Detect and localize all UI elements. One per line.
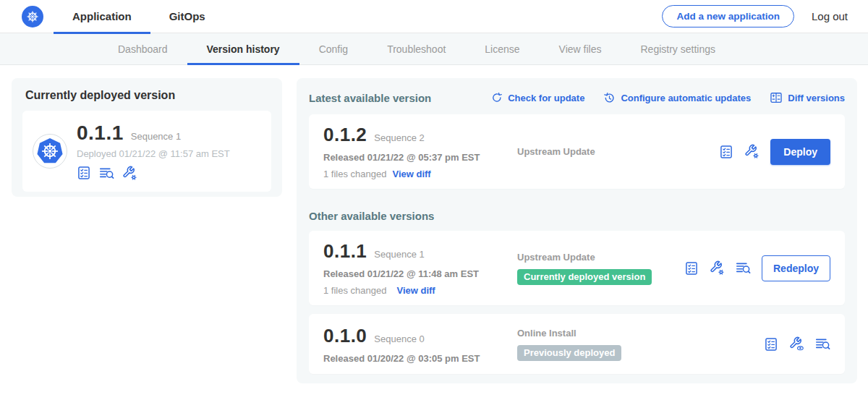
deployed-sequence-label: Sequence 1 [131, 131, 181, 142]
edit-config-icon[interactable] [744, 144, 760, 159]
main-content: Currently deployed version 0.1.1 Sequenc… [0, 65, 868, 408]
subnav-config[interactable]: Config [299, 33, 367, 64]
diff-versions-label: Diff versions [788, 93, 845, 103]
refresh-icon [491, 92, 503, 103]
released-timestamp: Released 01/21/22 @ 11:48 am EST [323, 268, 517, 279]
released-timestamp: Released 01/20/22 @ 03:05 pm EST [323, 353, 517, 364]
subnav-troubleshoot-label: Troubleshoot [387, 43, 446, 55]
subnav-registry-settings-label: Registry settings [640, 43, 715, 55]
version-actions: Deploy [719, 139, 830, 165]
files-changed-label: 1 files changed [323, 285, 386, 296]
subnav-version-history[interactable]: Version history [187, 33, 299, 64]
panel-header: Latest available version Check for updat… [309, 90, 845, 106]
subnav-registry-settings[interactable]: Registry settings [621, 33, 734, 64]
version-history-panel: Latest available version Check for updat… [297, 78, 857, 383]
configure-automatic-updates-label: Configure automatic updates [621, 93, 751, 103]
version-actions: Redeploy [684, 255, 830, 281]
version-number: 0.1.2 [323, 124, 367, 146]
version-source: Upstream Update Currently deployed versi… [517, 252, 652, 285]
deploy-button[interactable]: Deploy [770, 139, 830, 165]
version-row-0-1-1: 0.1.1 Sequence 1 Released 01/21/22 @ 11:… [309, 231, 845, 305]
sequence-label: Sequence 0 [374, 333, 424, 344]
kubernetes-logo-icon [22, 6, 43, 27]
subnav-view-files-label: View files [559, 43, 602, 55]
check-for-update-link[interactable]: Check for update [491, 92, 584, 103]
version-source: Online Install Previously deployed [517, 328, 621, 361]
sequence-label: Sequence 2 [374, 132, 424, 143]
source-label: Upstream Update [517, 252, 652, 263]
preflight-checklist-icon[interactable] [77, 166, 91, 181]
latest-available-title: Latest available version [309, 92, 431, 104]
subnav-view-files[interactable]: View files [540, 33, 621, 64]
version-info: 0.1.1 Sequence 1 Released 01/21/22 @ 11:… [323, 240, 517, 296]
version-actions [764, 336, 830, 352]
view-diff-link[interactable]: View diff [396, 285, 435, 296]
subnav-version-history-label: Version history [207, 43, 280, 55]
deploy-logs-icon[interactable] [736, 260, 751, 276]
add-application-button[interactable]: Add a new application [662, 5, 794, 27]
tab-gitops[interactable]: GitOps [150, 0, 224, 33]
app-icon [33, 134, 67, 169]
subnav-license[interactable]: License [465, 33, 539, 64]
deployed-version-info: 0.1.1 Sequence 1 Deployed 01/21/22 @ 11:… [77, 122, 230, 181]
currently-deployed-title: Currently deployed version [22, 89, 271, 102]
check-for-update-label: Check for update [508, 93, 584, 103]
preflight-checklist-icon[interactable] [719, 145, 733, 159]
deployed-action-icons [77, 166, 230, 181]
kots-admin-console: Application GitOps Add a new application… [0, 0, 868, 408]
version-source: Upstream Update [517, 146, 595, 157]
tab-application-label: Application [72, 10, 132, 22]
subnav-config-label: Config [319, 43, 348, 55]
tab-gitops-label: GitOps [169, 10, 205, 22]
view-diff-link[interactable]: View diff [392, 169, 430, 179]
configure-automatic-updates-link[interactable]: Configure automatic updates [603, 92, 751, 104]
deployed-version-number: 0.1.1 [77, 122, 124, 145]
currently-deployed-badge: Currently deployed version [517, 269, 652, 285]
subnav-troubleshoot[interactable]: Troubleshoot [367, 33, 465, 64]
edit-config-icon[interactable] [710, 260, 725, 276]
top-nav-tabs: Application GitOps [54, 0, 224, 33]
app-subnav: Dashboard Version history Config Trouble… [0, 33, 868, 65]
deploy-logs-icon[interactable] [815, 336, 830, 352]
source-label: Online Install [517, 328, 621, 339]
view-config-icon[interactable] [789, 336, 804, 352]
logout-button[interactable]: Log out [812, 10, 848, 22]
released-timestamp: Released 01/21/22 @ 05:37 pm EST [323, 152, 517, 163]
sequence-label: Sequence 1 [374, 249, 424, 260]
currently-deployed-version-row: 0.1.1 Sequence 1 Deployed 01/21/22 @ 11:… [22, 111, 271, 192]
schedule-update-icon [603, 92, 616, 104]
source-label: Upstream Update [517, 146, 595, 157]
version-row-0-1-2: 0.1.2 Sequence 2 Released 01/21/22 @ 05:… [309, 114, 845, 189]
edit-config-icon[interactable] [122, 166, 137, 181]
version-number: 0.1.0 [323, 325, 367, 347]
files-changed: 1 files changedView diff [323, 169, 517, 179]
other-available-title: Other available versions [309, 210, 845, 222]
currently-deployed-card: Currently deployed version 0.1.1 Sequenc… [12, 78, 282, 197]
deploy-logs-icon[interactable] [99, 166, 114, 181]
subnav-license-label: License [485, 43, 519, 55]
tab-application[interactable]: Application [54, 0, 150, 33]
version-number: 0.1.1 [323, 240, 367, 263]
redeploy-button[interactable]: Redeploy [762, 255, 830, 281]
files-changed: 1 files changedView diff [323, 285, 517, 296]
files-changed-label: 1 files changed [323, 169, 386, 179]
top-nav: Application GitOps Add a new application… [0, 0, 868, 33]
diff-versions-link[interactable]: Diff versions [770, 91, 845, 104]
preflight-checklist-icon[interactable] [764, 337, 778, 352]
top-bar-right: Add a new application Log out [662, 5, 848, 27]
deployed-timestamp: Deployed 01/21/22 @ 11:57 am EST [77, 148, 230, 159]
version-info: 0.1.0 Sequence 0 Released 01/20/22 @ 03:… [323, 325, 517, 364]
panel-actions: Check for update Configure automatic upd… [491, 91, 845, 104]
subnav-dashboard[interactable]: Dashboard [98, 33, 187, 64]
subnav-dashboard-label: Dashboard [118, 43, 168, 55]
preflight-checklist-icon[interactable] [684, 261, 699, 276]
version-row-0-1-0: 0.1.0 Sequence 0 Released 01/20/22 @ 03:… [309, 314, 845, 374]
diff-icon [770, 91, 783, 104]
version-info: 0.1.2 Sequence 2 Released 01/21/22 @ 05:… [323, 124, 517, 179]
previously-deployed-badge: Previously deployed [517, 345, 621, 361]
